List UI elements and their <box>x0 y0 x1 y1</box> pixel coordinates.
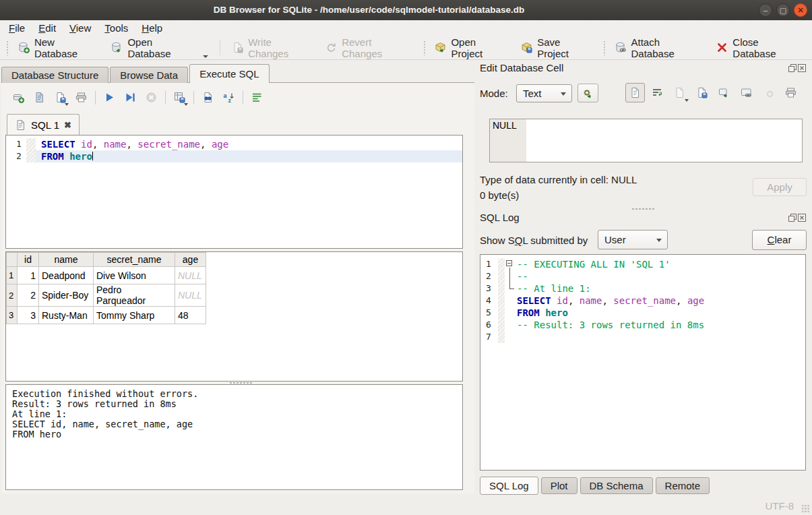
sql-log-filter-select[interactable]: User <box>598 230 668 249</box>
new-database-button[interactable]: New Database <box>12 33 105 63</box>
close-icon[interactable] <box>798 64 806 72</box>
print-sql-icon <box>75 92 87 103</box>
sql-editor[interactable]: 1SELECT id, name, secret_name, age2FROM … <box>5 135 463 249</box>
cell-value-editor[interactable]: NULL <box>489 119 803 162</box>
column-header-name[interactable]: name <box>39 253 94 267</box>
line-number: 4 <box>480 295 498 307</box>
save-project-label: Save Project <box>537 36 593 59</box>
open-project-button[interactable]: Open Project <box>429 33 515 63</box>
word-wrap-button[interactable] <box>248 88 266 107</box>
mode-select-value: Text <box>523 88 542 99</box>
close-database-button[interactable]: Close Database <box>710 33 809 63</box>
cell[interactable]: Dive Wilson <box>94 267 175 284</box>
fold-margin <box>498 282 505 295</box>
word-wrap-cell-button[interactable] <box>648 83 667 102</box>
cell[interactable]: NULL <box>175 284 206 307</box>
find-replace-button[interactable] <box>199 88 217 107</box>
log-line: 6-- Result: 3 rows returned in 8ms <box>480 319 805 331</box>
log-line: 7 <box>480 331 805 343</box>
collapse-icon[interactable] <box>506 260 512 266</box>
cell[interactable]: Deadpond <box>39 267 94 284</box>
column-header-age[interactable]: age <box>175 253 206 267</box>
tab-db-schema[interactable]: DB Schema <box>580 477 653 494</box>
cell[interactable]: NULL <box>175 267 206 284</box>
mode-select[interactable]: Text <box>516 84 572 102</box>
fold-margin <box>498 258 505 270</box>
cell[interactable]: Pedro Parqueador <box>94 284 175 307</box>
table-row: 22Spider-BoyPedro ParqueadorNULL <box>7 284 206 307</box>
close-tab-icon[interactable]: ✖ <box>64 120 71 130</box>
fold-margin <box>26 138 36 150</box>
chevron-down-icon <box>656 239 662 242</box>
log-line: 5FROM hero <box>480 307 805 319</box>
cell[interactable]: 3 <box>18 307 39 324</box>
format-sql-button[interactable]: az <box>220 88 238 107</box>
editor-line: 1SELECT id, name, secret_name, age <box>6 138 462 150</box>
execute-current-line-button[interactable] <box>121 88 139 107</box>
column-header-secret-name[interactable]: secret_name <box>94 253 175 267</box>
tab-browse-data[interactable]: Browse Data <box>110 67 188 83</box>
clear-log-button[interactable]: Clear <box>752 230 807 250</box>
open-sql-file-button[interactable] <box>30 88 49 107</box>
fold-margin <box>498 295 505 307</box>
row-header[interactable]: 1 <box>7 267 18 284</box>
maximize-button[interactable]: ▢ <box>776 3 790 17</box>
tab-sql-1[interactable]: SQL 1 ✖ <box>7 114 80 135</box>
resize-grip[interactable] <box>801 504 810 513</box>
tab-plot[interactable]: Plot <box>541 477 577 494</box>
sql-log-view[interactable]: 1-- EXECUTING ALL IN 'SQL 1'2--3-- At li… <box>480 254 806 471</box>
title-bar: DB Browser for SQLite - /home/user/code/… <box>0 0 812 20</box>
cell[interactable]: Rusty-Man <box>39 307 94 324</box>
line-number: 5 <box>480 307 498 319</box>
minimize-button[interactable]: – <box>759 3 772 17</box>
save-results-button[interactable] <box>170 88 189 107</box>
execute-all-button[interactable] <box>100 88 119 107</box>
text-mode-button[interactable] <box>625 83 645 102</box>
tab-database-structure[interactable]: Database Structure <box>1 67 108 83</box>
cell[interactable]: 1 <box>18 267 39 284</box>
print-sql-button[interactable] <box>72 88 90 107</box>
open-database-button[interactable]: Open Database <box>105 33 214 63</box>
export-data-button[interactable] <box>714 83 734 102</box>
cell[interactable]: Tommy Sharp <box>94 307 175 324</box>
export-cell-icon <box>718 87 730 98</box>
close-icon[interactable] <box>798 214 806 222</box>
close-button[interactable]: ✕ <box>794 3 807 17</box>
save-project-button[interactable]: Save Project <box>515 33 599 63</box>
line-number: 1 <box>6 138 26 150</box>
save-data-button[interactable] <box>692 83 712 102</box>
tab-sql-log[interactable]: SQL Log <box>480 477 538 495</box>
toolbar-handle <box>603 40 606 55</box>
splitter-handle[interactable] <box>631 208 654 210</box>
attach-database-button[interactable]: Attach Database <box>609 33 711 63</box>
editor-line: 2FROM hero <box>6 150 462 162</box>
log-line: 2-- <box>480 270 805 282</box>
row-header[interactable]: 2 <box>7 284 18 307</box>
svg-text:a: a <box>224 92 228 99</box>
float-icon[interactable] <box>788 64 797 72</box>
log-line: 4SELECT id, name, secret_name, age <box>480 295 805 307</box>
sql-toolbar: az <box>9 88 269 107</box>
save-sql-file-button[interactable] <box>51 88 69 107</box>
dropdown-caret-icon <box>184 103 188 106</box>
table-row: 33Rusty-ManTommy Sharp48 <box>7 307 206 324</box>
tab-remote[interactable]: Remote <box>656 477 710 494</box>
open-sql-tab-button[interactable] <box>9 88 28 107</box>
column-header-id[interactable]: id <box>18 253 39 267</box>
cell[interactable]: 2 <box>18 284 39 307</box>
results-table[interactable]: idnamesecret_nameage11DeadpondDive Wilso… <box>6 252 206 324</box>
row-header[interactable]: 3 <box>7 307 18 324</box>
fold-marker <box>505 295 516 307</box>
toolbar-handle <box>6 40 9 55</box>
execute-all-icon <box>104 92 115 103</box>
print-cell-button[interactable] <box>781 83 801 102</box>
cell[interactable]: 48 <box>175 307 206 324</box>
cell[interactable]: Spider-Boy <box>39 284 94 307</box>
auto-apply-button[interactable] <box>577 84 598 102</box>
save-sql-file-icon <box>55 92 66 103</box>
tab-execute-sql[interactable]: Execute SQL <box>189 64 269 83</box>
apply-button: Apply <box>753 178 807 196</box>
copy-link-button[interactable] <box>737 83 756 102</box>
float-icon[interactable] <box>788 214 797 222</box>
attach-database-label: Attach Database <box>631 36 705 59</box>
